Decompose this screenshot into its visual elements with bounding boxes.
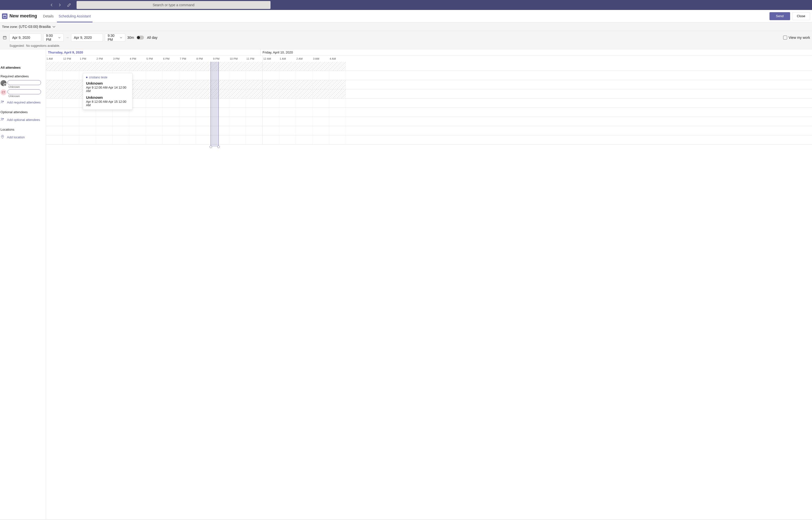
end-time-dropdown[interactable]: 9:30 PM — [105, 33, 125, 42]
timeline-cell[interactable] — [312, 117, 329, 126]
timeline-cell[interactable] — [312, 135, 329, 144]
timeline-cell[interactable] — [329, 126, 346, 135]
timeline-cell[interactable] — [213, 126, 229, 135]
timeline-cell[interactable] — [296, 135, 312, 144]
timeline-cell[interactable] — [79, 117, 96, 126]
timeline-cell[interactable] — [63, 126, 79, 135]
timeline-cell[interactable] — [46, 71, 63, 80]
timeline-cell[interactable] — [63, 80, 79, 89]
timeline-cell[interactable] — [63, 135, 79, 144]
timeline-cell[interactable] — [279, 117, 296, 126]
timeline-cell[interactable] — [196, 135, 213, 144]
timeline-cell[interactable] — [229, 108, 246, 117]
allday-toggle[interactable] — [137, 35, 144, 40]
timeline-cell[interactable] — [213, 80, 229, 89]
timeline-cell[interactable] — [312, 62, 329, 71]
timeline-cell[interactable] — [262, 126, 279, 135]
timeline-cell[interactable] — [129, 62, 146, 71]
timeline-cell[interactable] — [296, 117, 312, 126]
timeline-cell[interactable] — [262, 108, 279, 117]
timeline-cell[interactable] — [46, 99, 63, 107]
add-optional-attendees-button[interactable]: Add optional attendees — [0, 115, 46, 124]
timeline-cell[interactable] — [296, 80, 312, 89]
tab-details[interactable]: Details — [40, 10, 56, 22]
compose-icon[interactable] — [66, 2, 72, 8]
timeline-cell[interactable] — [146, 80, 163, 89]
timeline-cell[interactable] — [229, 117, 246, 126]
timeline-cell[interactable] — [163, 135, 179, 144]
timeline-cell[interactable] — [296, 99, 312, 107]
view-work-hours-checkbox[interactable]: View my work — [783, 35, 810, 40]
timeline-cell[interactable] — [46, 108, 63, 117]
timeline-cell[interactable] — [279, 71, 296, 80]
start-time-dropdown[interactable]: 9:00 PM — [43, 33, 64, 42]
selection-handle-right[interactable] — [217, 146, 220, 148]
send-button[interactable]: Send — [769, 12, 790, 20]
timeline-cell[interactable] — [229, 89, 246, 98]
timeline[interactable]: Thursday, April 9, 2020 Friday, April 10… — [46, 49, 812, 519]
timeline-cell[interactable] — [312, 108, 329, 117]
timeline-cell[interactable] — [146, 71, 163, 80]
timeline-cell[interactable] — [312, 126, 329, 135]
timeline-cell[interactable] — [213, 108, 229, 117]
timeline-cell[interactable] — [46, 126, 63, 135]
timeline-cell[interactable] — [296, 71, 312, 80]
timeline-cell[interactable] — [179, 117, 196, 126]
timeline-cell[interactable] — [246, 126, 262, 135]
timeline-cell[interactable] — [262, 135, 279, 144]
close-button[interactable]: Close — [792, 12, 810, 20]
timeline-cell[interactable] — [113, 117, 129, 126]
timeline-cell[interactable] — [246, 62, 262, 71]
timeline-cell[interactable] — [329, 80, 346, 89]
timeline-cell[interactable] — [163, 117, 179, 126]
timeline-cell[interactable] — [329, 108, 346, 117]
timeline-cell[interactable] — [96, 126, 113, 135]
timeline-cell[interactable] — [229, 62, 246, 71]
attendee-pill[interactable] — [7, 89, 41, 94]
timeline-cell[interactable] — [329, 135, 346, 144]
timeline-cell[interactable] — [329, 71, 346, 80]
timeline-cell[interactable] — [196, 99, 213, 107]
back-button[interactable] — [49, 2, 55, 8]
timeline-cell[interactable] — [179, 71, 196, 80]
timeline-cell[interactable] — [63, 99, 79, 107]
timeline-cell[interactable] — [262, 89, 279, 98]
timeline-cell[interactable] — [279, 135, 296, 144]
timeline-cell[interactable] — [229, 71, 246, 80]
timeline-cell[interactable] — [262, 99, 279, 107]
timeline-cell[interactable] — [279, 62, 296, 71]
timeline-cell[interactable] — [113, 62, 129, 71]
timeline-cell[interactable] — [213, 71, 229, 80]
timeline-cell[interactable] — [312, 89, 329, 98]
timeline-cell[interactable] — [163, 62, 179, 71]
timeline-cell[interactable] — [196, 117, 213, 126]
timeline-cell[interactable] — [46, 89, 63, 98]
timeline-cell[interactable] — [296, 89, 312, 98]
timeline-cell[interactable] — [113, 126, 129, 135]
timeline-cell[interactable] — [96, 135, 113, 144]
timeline-cell[interactable] — [262, 71, 279, 80]
timeline-cell[interactable] — [46, 135, 63, 144]
timeline-cell[interactable] — [296, 62, 312, 71]
timeline-cell[interactable] — [246, 71, 262, 80]
timeline-cell[interactable] — [229, 80, 246, 89]
timeline-cell[interactable] — [279, 89, 296, 98]
timeline-cell[interactable] — [312, 71, 329, 80]
timeline-cell[interactable] — [163, 108, 179, 117]
timezone-dropdown[interactable]: (UTC-03:00) Brasilia — [19, 25, 56, 29]
timeline-cell[interactable] — [213, 99, 229, 107]
timeline-cell[interactable] — [46, 117, 63, 126]
timeline-cell[interactable] — [79, 62, 96, 71]
timeline-cell[interactable] — [296, 108, 312, 117]
timeline-cell[interactable] — [179, 89, 196, 98]
timeline-cell[interactable] — [262, 117, 279, 126]
timeline-cell[interactable] — [63, 62, 79, 71]
timeline-cell[interactable] — [312, 99, 329, 107]
timeline-cell[interactable] — [129, 117, 146, 126]
timeline-cell[interactable] — [146, 126, 163, 135]
timeline-cell[interactable] — [63, 71, 79, 80]
attendee-pill[interactable] — [7, 80, 41, 85]
timeline-cell[interactable] — [196, 126, 213, 135]
timeline-cell[interactable] — [279, 108, 296, 117]
timeline-cell[interactable] — [129, 126, 146, 135]
